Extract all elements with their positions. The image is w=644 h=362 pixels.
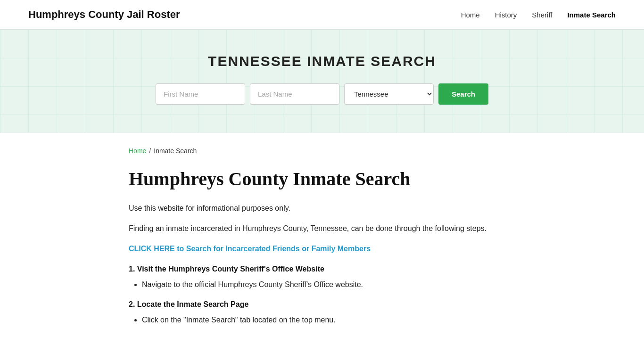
nav-item-sheriff[interactable]: Sheriff	[532, 11, 552, 19]
last-name-input[interactable]	[250, 83, 339, 105]
breadcrumb-separator: /	[149, 147, 151, 155]
step2-bullet: Click on the "Inmate Search" tab located…	[142, 313, 515, 326]
hero-title: TENNESSEE INMATE SEARCH	[9, 53, 635, 69]
page-title: Humphreys County Inmate Search	[129, 168, 515, 190]
intro-paragraph-2: Finding an inmate incarcerated in Humphr…	[129, 222, 515, 235]
breadcrumb-home-link[interactable]: Home	[129, 147, 146, 155]
search-form: Tennessee Alabama Arkansas Georgia Kentu…	[9, 83, 635, 105]
main-nav: Home History Sheriff Inmate Search	[461, 11, 616, 19]
step1-bullet: Navigate to the official Humphreys Count…	[142, 278, 515, 291]
nav-item-inmate-search[interactable]: Inmate Search	[567, 11, 616, 19]
step1-list: Navigate to the official Humphreys Count…	[142, 278, 515, 291]
step2-list: Click on the "Inmate Search" tab located…	[142, 313, 515, 326]
search-button[interactable]: Search	[438, 83, 488, 105]
hero-section: TENNESSEE INMATE SEARCH Tennessee Alabam…	[0, 30, 644, 133]
nav-item-home[interactable]: Home	[461, 11, 480, 19]
step2-heading: 2. Locate the Inmate Search Page	[129, 300, 515, 309]
intro-paragraph-1: Use this website for informational purpo…	[129, 202, 515, 214]
nav-item-history[interactable]: History	[495, 11, 517, 19]
cta-link-paragraph: CLICK HERE to Search for Incarcerated Fr…	[129, 242, 515, 255]
first-name-input[interactable]	[156, 83, 245, 105]
breadcrumb: Home / Inmate Search	[129, 147, 515, 155]
site-title: Humphreys County Jail Roster	[28, 8, 180, 21]
breadcrumb-current: Inmate Search	[154, 147, 197, 155]
step1-heading: 1. Visit the Humphreys County Sheriff's …	[129, 265, 515, 273]
site-header: Humphreys County Jail Roster Home Histor…	[0, 0, 644, 30]
cta-link[interactable]: CLICK HERE to Search for Incarcerated Fr…	[129, 245, 371, 253]
main-content: Home / Inmate Search Humphreys County In…	[110, 133, 534, 356]
state-select[interactable]: Tennessee Alabama Arkansas Georgia Kentu…	[344, 83, 434, 105]
